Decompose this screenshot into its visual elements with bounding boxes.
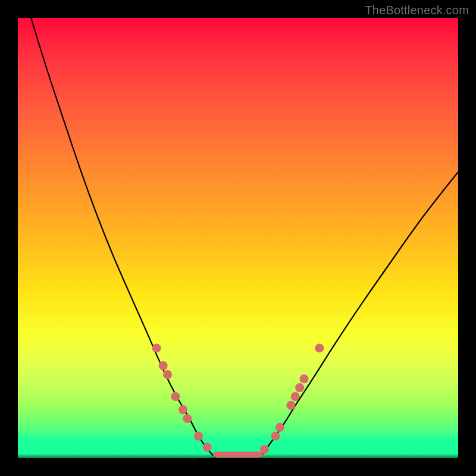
marker-dot bbox=[315, 344, 324, 353]
marker-dot bbox=[163, 370, 172, 379]
right-curve bbox=[260, 172, 458, 458]
marker-dot bbox=[159, 361, 168, 370]
marker-dot bbox=[295, 383, 304, 392]
marker-dot bbox=[183, 414, 192, 423]
plot-area bbox=[18, 18, 458, 458]
marker-dot bbox=[271, 432, 280, 441]
chart-svg bbox=[18, 18, 458, 458]
left-curve bbox=[31, 18, 216, 458]
marker-dot bbox=[286, 401, 295, 410]
watermark-text: TheBottleneck.com bbox=[365, 4, 469, 17]
marker-dot bbox=[260, 445, 269, 454]
marker-dot bbox=[275, 423, 284, 432]
marker-dot bbox=[178, 405, 187, 414]
marker-dot bbox=[171, 392, 180, 401]
marker-dot bbox=[152, 344, 161, 353]
marker-dot bbox=[291, 392, 300, 401]
chart-frame: TheBottleneck.com bbox=[0, 0, 476, 476]
marker-dots-group bbox=[152, 344, 324, 454]
marker-dot bbox=[194, 432, 203, 441]
marker-dot bbox=[300, 374, 309, 383]
marker-dot bbox=[203, 443, 212, 452]
